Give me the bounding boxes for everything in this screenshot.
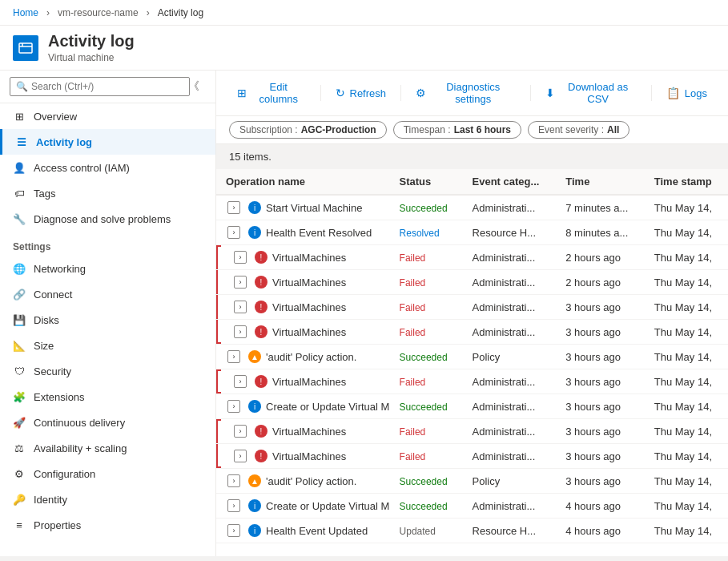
expand-button[interactable]: ›	[234, 276, 247, 289]
sidebar-label: Security	[34, 365, 71, 377]
expand-button[interactable]: ›	[227, 201, 240, 214]
table-row[interactable]: › i Health Event Updated UpdatedResource…	[216, 519, 728, 543]
sidebar-item-extensions[interactable]: 🧩 Extensions	[0, 384, 215, 410]
collapse-icon[interactable]: 《	[188, 79, 199, 94]
sidebar-item-activity-log[interactable]: ☰ Activity log	[0, 129, 215, 155]
expand-button[interactable]: ›	[227, 350, 240, 363]
cell-time: 3 hours ago	[556, 295, 644, 320]
table-row[interactable]: › i Create or Update Virtual Machi Succe…	[216, 494, 728, 519]
cell-category: Administrati...	[463, 369, 557, 394]
page-header-icon	[13, 35, 38, 61]
logs-button[interactable]: 📋 Logs	[658, 83, 715, 103]
subscription-filter[interactable]: Subscription : AGC-Production	[229, 121, 387, 139]
refresh-label: Refresh	[350, 87, 387, 99]
table-row[interactable]: › ! VirtualMachines FailedAdministrati..…	[216, 444, 728, 469]
table-row[interactable]: › ▲ 'audit' Policy action. SucceededPoli…	[216, 469, 728, 494]
table-row[interactable]: › ! VirtualMachines FailedAdministrati..…	[216, 419, 728, 444]
sidebar-search-container: 🔍 《	[0, 71, 215, 103]
operation-name: Create or Update Virtual Machi	[266, 500, 390, 512]
edit-columns-button[interactable]: ⊞ Edit columns	[229, 77, 314, 109]
cell-status: Succeeded	[390, 494, 463, 519]
sidebar-item-size[interactable]: 📐 Size	[0, 333, 215, 358]
activity-table: Operation name Status Event categ... Tim…	[216, 169, 728, 543]
status-badge: Failed	[400, 426, 426, 438]
cell-timestamp: Thu May 14,	[645, 195, 728, 220]
expand-button[interactable]: ›	[234, 375, 247, 388]
red-bracket	[216, 245, 221, 269]
sidebar-item-availability[interactable]: ⚖ Availability + scaling	[0, 435, 215, 461]
logs-label: Logs	[685, 87, 707, 99]
cell-operation: › i Health Event Updated	[216, 519, 390, 543]
table-container: Operation name Status Event categ... Tim…	[216, 169, 728, 556]
search-input[interactable]	[10, 77, 190, 96]
sidebar-item-security[interactable]: 🛡 Security	[0, 358, 215, 384]
cell-operation: › i Start Virtual Machine	[216, 195, 390, 220]
expand-button[interactable]: ›	[227, 524, 240, 537]
severity-filter[interactable]: Event severity : All	[528, 121, 629, 139]
diagnostics-button[interactable]: ⚙ Diagnostics settings	[408, 77, 524, 109]
table-row[interactable]: › ! VirtualMachines FailedAdministrati..…	[216, 245, 728, 270]
refresh-button[interactable]: ↻ Refresh	[328, 83, 395, 103]
cell-timestamp: Thu May 14,	[645, 245, 728, 270]
sidebar-item-access-control[interactable]: 👤 Access control (IAM)	[0, 155, 215, 180]
cell-time: 3 hours ago	[556, 320, 644, 345]
cell-status: Failed	[390, 245, 463, 270]
sidebar-item-overview[interactable]: ⊞ Overview	[0, 103, 215, 129]
wrench-icon: 🔧	[13, 212, 26, 225]
operation-name: 'audit' Policy action.	[266, 475, 356, 487]
info-icon: i	[248, 499, 261, 512]
main-layout: 🔍 《 ⊞ Overview ☰ Activity log 👤 Access c…	[0, 71, 728, 556]
expand-button[interactable]: ›	[234, 450, 247, 462]
sidebar-item-configuration[interactable]: ⚙ Configuration	[0, 461, 215, 486]
sidebar-label: Overview	[34, 111, 77, 123]
breadcrumb-home[interactable]: Home	[13, 7, 38, 18]
expand-button[interactable]: ›	[227, 226, 240, 239]
cell-category: Policy	[463, 469, 557, 494]
expand-button[interactable]: ›	[234, 425, 247, 438]
cell-timestamp: Thu May 14,	[645, 494, 728, 519]
cell-timestamp: Thu May 14,	[645, 444, 728, 469]
cell-operation: › ! VirtualMachines	[216, 245, 390, 270]
info-icon: i	[248, 524, 261, 537]
sidebar-item-networking[interactable]: 🌐 Networking	[0, 256, 215, 281]
cell-category: Administrati...	[463, 494, 557, 519]
expand-button[interactable]: ›	[234, 301, 247, 313]
info-icon: i	[248, 226, 261, 239]
status-badge: Succeeded	[400, 501, 448, 512]
cell-status: Failed	[390, 295, 463, 320]
cell-category: Policy	[463, 345, 557, 369]
cell-operation: › i Create or Update Virtual Machi	[216, 394, 390, 419]
sidebar-item-diagnose[interactable]: 🔧 Diagnose and solve problems	[0, 206, 215, 232]
expand-button[interactable]: ›	[227, 400, 240, 413]
table-row[interactable]: › i Health Event Resolved ResolvedResour…	[216, 220, 728, 245]
expand-button[interactable]: ›	[227, 499, 240, 512]
table-row[interactable]: › ! VirtualMachines FailedAdministrati..…	[216, 369, 728, 394]
severity-filter-key: Event severity :	[538, 124, 604, 135]
sidebar-item-disks[interactable]: 💾 Disks	[0, 307, 215, 333]
table-row[interactable]: › ▲ 'audit' Policy action. SucceededPoli…	[216, 345, 728, 369]
expand-button[interactable]: ›	[227, 474, 240, 487]
table-row[interactable]: › ! VirtualMachines FailedAdministrati..…	[216, 295, 728, 320]
sidebar-item-tags[interactable]: 🏷 Tags	[0, 180, 215, 206]
table-row[interactable]: › i Start Virtual Machine SucceededAdmin…	[216, 195, 728, 220]
refresh-icon: ↻	[336, 87, 345, 99]
expand-button[interactable]: ›	[234, 251, 247, 264]
cell-status: Failed	[390, 320, 463, 345]
cell-timestamp: Thu May 14,	[645, 320, 728, 345]
items-count: 15 items.	[216, 144, 728, 169]
sidebar-item-identity[interactable]: 🔑 Identity	[0, 486, 215, 512]
timespan-filter[interactable]: Timespan : Last 6 hours	[393, 121, 521, 139]
red-bracket	[216, 369, 221, 394]
expand-button[interactable]: ›	[234, 325, 247, 338]
download-button[interactable]: ⬇ Download as CSV	[537, 77, 645, 109]
sidebar-item-continuous-delivery[interactable]: 🚀 Continuous delivery	[0, 410, 215, 435]
table-row[interactable]: › i Create or Update Virtual Machi Succe…	[216, 394, 728, 419]
table-row[interactable]: › ! VirtualMachines FailedAdministrati..…	[216, 270, 728, 295]
filter-bar: Subscription : AGC-Production Timespan :…	[216, 116, 728, 144]
cell-time: 3 hours ago	[556, 345, 644, 369]
operation-name: Start Virtual Machine	[266, 202, 362, 214]
table-row[interactable]: › ! VirtualMachines FailedAdministrati..…	[216, 320, 728, 345]
red-bracket	[216, 295, 221, 319]
sidebar-item-connect[interactable]: 🔗 Connect	[0, 281, 215, 307]
sidebar-item-properties[interactable]: ≡ Properties	[0, 512, 215, 538]
